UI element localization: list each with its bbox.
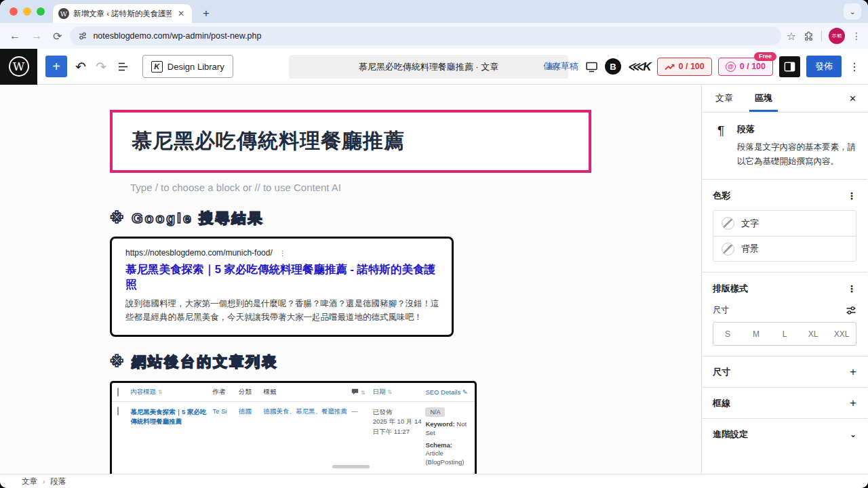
post-title[interactable]: 慕尼黑必吃傳統料理餐廳推薦 bbox=[132, 127, 570, 155]
typography-options-icon[interactable]: ⋮ bbox=[847, 283, 856, 294]
size-xl-button[interactable]: XL bbox=[799, 323, 827, 345]
seo-schema-line: Schema: Article (BlogPosting) bbox=[425, 441, 469, 467]
list-view-icon[interactable] bbox=[115, 60, 132, 74]
forward-button[interactable]: → bbox=[28, 30, 45, 42]
font-size-segments: S M L XL XXL bbox=[713, 322, 856, 346]
border-panel-row[interactable]: 框線 + bbox=[702, 388, 867, 419]
select-all-checkbox bbox=[117, 388, 119, 396]
publish-button[interactable]: 發佈 bbox=[806, 56, 842, 77]
document-title-bar[interactable]: 慕尼黑必吃傳統料理餐廳推薦 · 文章 ⌘K bbox=[289, 55, 568, 79]
browser-menu-icon[interactable]: ⋮ bbox=[852, 30, 861, 41]
row-category: 德國 bbox=[239, 407, 264, 416]
advanced-panel-row[interactable]: 進階設定 ⌄ bbox=[702, 419, 867, 450]
browser-window: W 新增文章 ‹ 諾特斯的美食護照 — ✕ + ⌄ ← → ⟳ notesblo… bbox=[0, 0, 868, 488]
row-comments: — bbox=[351, 407, 372, 415]
sidebar-tabs: 文章 區塊 ✕ bbox=[702, 85, 867, 113]
col-title: 內容標題 ⇅ bbox=[130, 388, 212, 396]
google-results-heading[interactable]: ※ Google 搜尋結果 bbox=[110, 209, 591, 228]
breadcrumb-post[interactable]: 文章 bbox=[22, 476, 37, 487]
traffic-lights bbox=[9, 7, 45, 16]
maximize-window-button[interactable] bbox=[37, 7, 45, 16]
col-author: 作者 bbox=[212, 388, 238, 396]
col-date: 日期 ⇅ bbox=[373, 388, 426, 396]
block-inserter-button[interactable]: + bbox=[45, 56, 67, 77]
post-list-heading[interactable]: ※ 網站後台的文章列表 bbox=[110, 352, 591, 371]
kadence-toolbar-icon[interactable]: ⋘K bbox=[627, 60, 650, 74]
block-card: ¶ 段落 段落是文字內容的基本要素，請以它為基礎開始撰寫內容。 bbox=[702, 113, 867, 180]
preview-icon[interactable] bbox=[585, 60, 599, 74]
minimize-window-button[interactable] bbox=[23, 7, 31, 16]
result-description: 說到德國料理，大家第一個想到的是什麼呢？香腸？啤酒？還是德國豬腳？沒錯！這些都是… bbox=[125, 297, 444, 324]
row-seo: N/A Keyword: Not Set Schema: Article (Bl… bbox=[425, 407, 469, 467]
block-description: 段落是文字內容的基本要素，請以它為基礎開始撰寫內容。 bbox=[737, 140, 856, 168]
plugin-b-icon[interactable]: B bbox=[605, 58, 621, 75]
editor-canvas[interactable]: 慕尼黑必吃傳統料理餐廳推薦 Type / to choose a block o… bbox=[0, 85, 702, 474]
new-tab-button[interactable]: + bbox=[199, 7, 214, 20]
background-color-item[interactable]: 背景 bbox=[713, 236, 856, 261]
col-category: 分類 bbox=[239, 388, 264, 396]
bookmark-star-icon[interactable]: ☆ bbox=[787, 30, 796, 43]
settings-panel-toggle[interactable] bbox=[779, 56, 800, 77]
ai-score-value: 0 / 100 bbox=[740, 62, 766, 71]
save-draft-button[interactable]: 儲存草稿 bbox=[543, 60, 578, 73]
font-size-custom-icon[interactable] bbox=[846, 305, 856, 316]
size-l-button[interactable]: L bbox=[770, 323, 799, 345]
ai-score-badge[interactable]: @ 0 / 100 Free bbox=[718, 58, 773, 76]
dimensions-add-icon[interactable]: + bbox=[850, 365, 856, 379]
extensions-icon[interactable] bbox=[803, 30, 814, 42]
seo-score-badge[interactable]: 0 / 100 bbox=[657, 58, 712, 76]
close-window-button[interactable] bbox=[9, 7, 18, 16]
breadcrumb-separator: › bbox=[43, 478, 45, 485]
size-m-button[interactable]: M bbox=[742, 323, 770, 345]
tab-post[interactable]: 文章 bbox=[713, 85, 736, 112]
site-settings-icon[interactable] bbox=[78, 31, 87, 41]
redo-icon[interactable]: ↷ bbox=[94, 59, 108, 75]
design-library-button[interactable]: K Design Library bbox=[142, 55, 233, 78]
at-icon: @ bbox=[726, 62, 736, 72]
breadcrumb-block[interactable]: 段落 bbox=[50, 476, 66, 487]
tab-close-icon[interactable]: ✕ bbox=[176, 9, 186, 18]
horizontal-scrollbar[interactable] bbox=[332, 465, 370, 468]
text-color-label: 文字 bbox=[741, 218, 759, 230]
seo-na-badge: N/A bbox=[425, 407, 445, 417]
tab-search-chevron-icon[interactable]: ⌄ bbox=[844, 3, 861, 20]
toolbar-right: ☆ 示範 ⋮ bbox=[787, 28, 861, 44]
color-panel-title: 色彩 bbox=[713, 190, 730, 202]
undo-icon[interactable]: ↶ bbox=[74, 59, 87, 75]
tab-title: 新增文章 ‹ 諾特斯的美食護照 — bbox=[73, 9, 172, 19]
search-result-image[interactable]: https://notesblogdemo.com/munich-food/ ⋮… bbox=[110, 237, 454, 337]
typography-panel: 排版樣式 ⋮ 尺寸 S M L XL XXL bbox=[702, 272, 867, 357]
font-size-label: 尺寸 bbox=[713, 304, 729, 316]
block-placeholder[interactable]: Type / to choose a block or // to use Co… bbox=[130, 182, 591, 193]
text-color-item[interactable]: 文字 bbox=[713, 211, 856, 236]
wordpress-admin-button[interactable]: W bbox=[0, 49, 37, 85]
tab-block[interactable]: 區塊 bbox=[752, 85, 775, 112]
size-s-button[interactable]: S bbox=[713, 323, 742, 345]
color-options-icon[interactable]: ⋮ bbox=[847, 190, 856, 201]
back-button[interactable]: ← bbox=[7, 30, 23, 42]
dimensions-panel-row[interactable]: 尺寸 + bbox=[702, 357, 867, 388]
browser-tab[interactable]: W 新增文章 ‹ 諾特斯的美食護照 — ✕ bbox=[53, 4, 192, 23]
row-status: 已發佈 bbox=[373, 408, 393, 415]
block-breadcrumb: 文章 › 段落 bbox=[0, 474, 868, 488]
editor-options-icon[interactable]: ⋮ bbox=[848, 60, 861, 73]
background-color-label: 背景 bbox=[741, 243, 759, 255]
border-add-icon[interactable]: + bbox=[850, 396, 856, 410]
color-list: 文字 背景 bbox=[713, 210, 856, 262]
close-sidebar-icon[interactable]: ✕ bbox=[849, 85, 856, 112]
col-comments: ⇅ bbox=[351, 388, 372, 396]
kadence-library-icon: K bbox=[151, 61, 163, 73]
row-author: Te Si bbox=[212, 407, 238, 415]
result-url-row: https://notesblogdemo.com/munich-food/ ⋮ bbox=[125, 248, 438, 258]
reload-button[interactable]: ⟳ bbox=[50, 30, 64, 43]
editor-main: 慕尼黑必吃傳統料理餐廳推薦 Type / to choose a block o… bbox=[0, 85, 868, 474]
seo-keyword-line: Keyword: Not Set bbox=[425, 420, 469, 438]
address-bar[interactable]: notesblogdemo.com/wp-admin/post-new.php bbox=[70, 26, 781, 45]
post-list-image[interactable]: 內容標題 ⇅ 作者 分類 標籤 ⇅ 日期 ⇅ SEO Details ✎ bbox=[110, 381, 477, 474]
profile-avatar[interactable]: 示範 bbox=[829, 28, 845, 44]
content-column: 慕尼黑必吃傳統料理餐廳推薦 Type / to choose a block o… bbox=[110, 85, 591, 474]
post-title-block[interactable]: 慕尼黑必吃傳統料理餐廳推薦 bbox=[110, 110, 591, 173]
row-post-title: 慕尼黑美食探索｜5 家必吃傳統料理餐廳推薦 bbox=[130, 407, 212, 427]
editor-header: W + ↶ ↷ K Design Library 慕尼黑必吃傳統料理餐廳推薦 ·… bbox=[0, 49, 868, 85]
size-xxl-button[interactable]: XXL bbox=[827, 323, 856, 345]
